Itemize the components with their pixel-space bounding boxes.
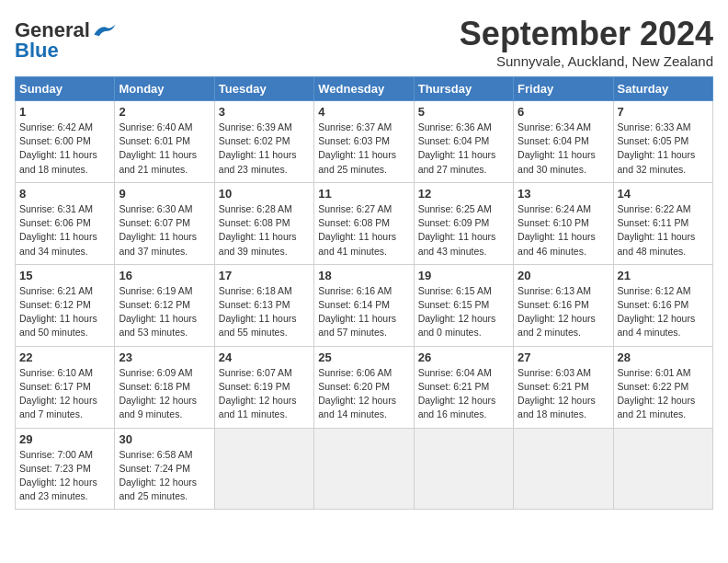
day-info-line: and 57 minutes. bbox=[318, 326, 409, 339]
day-info: Sunrise: 6:12 AMSunset: 6:16 PMDaylight:… bbox=[618, 284, 709, 340]
day-info-line: Daylight: 11 hours bbox=[418, 148, 509, 162]
day-info-line: Daylight: 12 hours bbox=[418, 312, 509, 326]
day-info: Sunrise: 6:33 AMSunset: 6:05 PMDaylight:… bbox=[618, 121, 709, 177]
day-info-line: Daylight: 11 hours bbox=[318, 148, 409, 162]
day-info: Sunrise: 6:19 AMSunset: 6:12 PMDaylight:… bbox=[119, 284, 210, 340]
day-info-line: Sunset: 6:19 PM bbox=[219, 380, 310, 394]
day-info-line: and 43 minutes. bbox=[418, 245, 509, 259]
day-number: 4 bbox=[318, 105, 409, 119]
day-info-line: and 32 minutes. bbox=[618, 163, 709, 177]
calendar-cell: 10Sunrise: 6:28 AMSunset: 6:08 PMDayligh… bbox=[214, 182, 313, 264]
day-number: 8 bbox=[19, 187, 110, 201]
day-info-line: Daylight: 12 hours bbox=[219, 394, 310, 408]
day-info-line: Sunrise: 6:13 AM bbox=[518, 284, 609, 298]
day-info-line: Sunset: 6:11 PM bbox=[618, 216, 709, 230]
calendar-cell: 22Sunrise: 6:10 AMSunset: 6:17 PMDayligh… bbox=[16, 346, 115, 428]
calendar-cell: 26Sunrise: 6:04 AMSunset: 6:21 PMDayligh… bbox=[414, 346, 513, 428]
day-info: Sunrise: 6:24 AMSunset: 6:10 PMDaylight:… bbox=[518, 202, 609, 259]
logo-blue-text: Blue bbox=[15, 39, 59, 63]
day-number: 27 bbox=[518, 350, 609, 364]
day-number: 23 bbox=[119, 350, 210, 364]
calendar-cell: 11Sunrise: 6:27 AMSunset: 6:08 PMDayligh… bbox=[314, 182, 414, 264]
day-info-line: Sunrise: 6:24 AM bbox=[518, 202, 609, 216]
day-info-line: and 2 minutes. bbox=[518, 326, 609, 339]
day-info-line: Sunset: 6:12 PM bbox=[19, 298, 110, 312]
day-number: 12 bbox=[418, 187, 509, 201]
day-number: 28 bbox=[618, 350, 709, 364]
calendar-cell: 6Sunrise: 6:34 AMSunset: 6:04 PMDaylight… bbox=[514, 101, 613, 183]
day-info-line: Sunset: 7:24 PM bbox=[119, 462, 210, 476]
day-info: Sunrise: 6:09 AMSunset: 6:18 PMDaylight:… bbox=[119, 366, 210, 422]
calendar-cell: 9Sunrise: 6:30 AMSunset: 6:07 PMDaylight… bbox=[115, 182, 214, 264]
calendar-cell: 2Sunrise: 6:40 AMSunset: 6:01 PMDaylight… bbox=[115, 101, 214, 183]
day-info: Sunrise: 6:01 AMSunset: 6:22 PMDaylight:… bbox=[618, 366, 709, 422]
calendar-cell: 7Sunrise: 6:33 AMSunset: 6:05 PMDaylight… bbox=[613, 101, 712, 183]
day-info-line: Sunrise: 6:10 AM bbox=[19, 366, 110, 380]
day-info-line: Sunset: 6:18 PM bbox=[119, 380, 210, 394]
day-header-wednesday: Wednesday bbox=[314, 77, 414, 101]
day-info-line: Daylight: 11 hours bbox=[618, 230, 709, 244]
day-info-line: Daylight: 11 hours bbox=[19, 148, 110, 162]
day-info: Sunrise: 6:27 AMSunset: 6:08 PMDaylight:… bbox=[318, 202, 409, 259]
day-info-line: Sunrise: 6:30 AM bbox=[119, 202, 210, 216]
day-info-line: Sunset: 6:06 PM bbox=[19, 216, 110, 230]
day-info-line: Sunrise: 6:07 AM bbox=[219, 366, 310, 380]
day-info-line: Sunrise: 6:01 AM bbox=[618, 366, 709, 380]
day-info: Sunrise: 6:16 AMSunset: 6:14 PMDaylight:… bbox=[318, 284, 409, 340]
day-info-line: and 9 minutes. bbox=[119, 408, 210, 421]
title-area: September 2024 Sunnyvale, Auckland, New … bbox=[460, 15, 713, 69]
calendar-cell: 18Sunrise: 6:16 AMSunset: 6:14 PMDayligh… bbox=[314, 264, 414, 346]
day-info-line: Sunrise: 6:22 AM bbox=[618, 202, 709, 216]
day-info-line: and 0 minutes. bbox=[418, 326, 509, 339]
day-info-line: Sunrise: 6:15 AM bbox=[418, 284, 509, 298]
day-info: Sunrise: 6:34 AMSunset: 6:04 PMDaylight:… bbox=[518, 121, 609, 177]
day-info-line: Daylight: 12 hours bbox=[19, 476, 110, 489]
day-info-line: Sunset: 6:13 PM bbox=[219, 298, 310, 312]
day-info-line: Sunrise: 6:04 AM bbox=[418, 366, 509, 380]
day-number: 20 bbox=[518, 269, 609, 282]
day-info-line: and 23 minutes. bbox=[219, 163, 310, 177]
day-info-line: Daylight: 12 hours bbox=[618, 394, 709, 408]
day-info-line: Daylight: 11 hours bbox=[19, 230, 110, 244]
calendar-cell bbox=[214, 428, 313, 510]
day-info: Sunrise: 6:04 AMSunset: 6:21 PMDaylight:… bbox=[418, 366, 509, 422]
day-info: Sunrise: 6:25 AMSunset: 6:09 PMDaylight:… bbox=[418, 202, 509, 259]
day-info-line: Daylight: 11 hours bbox=[219, 312, 310, 326]
calendar-cell: 8Sunrise: 6:31 AMSunset: 6:06 PMDaylight… bbox=[16, 182, 115, 264]
day-info-line: and 18 minutes. bbox=[19, 163, 110, 177]
day-info-line: and 23 minutes. bbox=[19, 489, 110, 503]
calendar-cell bbox=[314, 428, 414, 510]
day-info-line: Sunset: 6:03 PM bbox=[318, 134, 409, 148]
day-info: Sunrise: 6:39 AMSunset: 6:02 PMDaylight:… bbox=[219, 121, 310, 177]
day-info-line: Sunrise: 6:12 AM bbox=[618, 284, 709, 298]
logo: General Blue bbox=[15, 18, 118, 63]
day-info-line: Sunrise: 6:27 AM bbox=[318, 202, 409, 216]
calendar-cell: 1Sunrise: 6:42 AMSunset: 6:00 PMDaylight… bbox=[16, 101, 115, 183]
month-title: September 2024 bbox=[460, 15, 713, 53]
calendar-cell: 21Sunrise: 6:12 AMSunset: 6:16 PMDayligh… bbox=[613, 264, 712, 346]
day-info-line: Sunset: 6:14 PM bbox=[318, 298, 409, 312]
day-info: Sunrise: 6:22 AMSunset: 6:11 PMDaylight:… bbox=[618, 202, 709, 259]
day-info-line: and 53 minutes. bbox=[119, 326, 210, 339]
day-info: Sunrise: 6:28 AMSunset: 6:08 PMDaylight:… bbox=[219, 202, 310, 259]
day-info-line: and 25 minutes. bbox=[119, 489, 210, 503]
day-info-line: Sunset: 6:16 PM bbox=[518, 298, 609, 312]
day-number: 7 bbox=[618, 105, 709, 119]
day-number: 21 bbox=[618, 269, 709, 282]
day-info-line: and 46 minutes. bbox=[518, 245, 609, 259]
day-info-line: Daylight: 12 hours bbox=[119, 476, 210, 489]
day-number: 22 bbox=[19, 350, 110, 364]
day-info: Sunrise: 6:15 AMSunset: 6:15 PMDaylight:… bbox=[418, 284, 509, 340]
day-info: Sunrise: 6:07 AMSunset: 6:19 PMDaylight:… bbox=[219, 366, 310, 422]
calendar-week-2: 8Sunrise: 6:31 AMSunset: 6:06 PMDaylight… bbox=[16, 182, 713, 264]
calendar-cell: 24Sunrise: 6:07 AMSunset: 6:19 PMDayligh… bbox=[214, 346, 313, 428]
day-info-line: and 18 minutes. bbox=[518, 408, 609, 421]
day-info-line: Sunset: 6:10 PM bbox=[518, 216, 609, 230]
day-info-line: and 16 minutes. bbox=[418, 408, 509, 421]
day-info: Sunrise: 6:30 AMSunset: 6:07 PMDaylight:… bbox=[119, 202, 210, 259]
logo-bird-icon bbox=[92, 21, 118, 38]
day-info-line: Sunrise: 6:36 AM bbox=[418, 121, 509, 134]
day-info-line: Sunrise: 6:40 AM bbox=[119, 121, 210, 134]
calendar-cell: 30Sunrise: 6:58 AMSunset: 7:24 PMDayligh… bbox=[115, 428, 214, 510]
calendar-cell: 4Sunrise: 6:37 AMSunset: 6:03 PMDaylight… bbox=[314, 101, 414, 183]
